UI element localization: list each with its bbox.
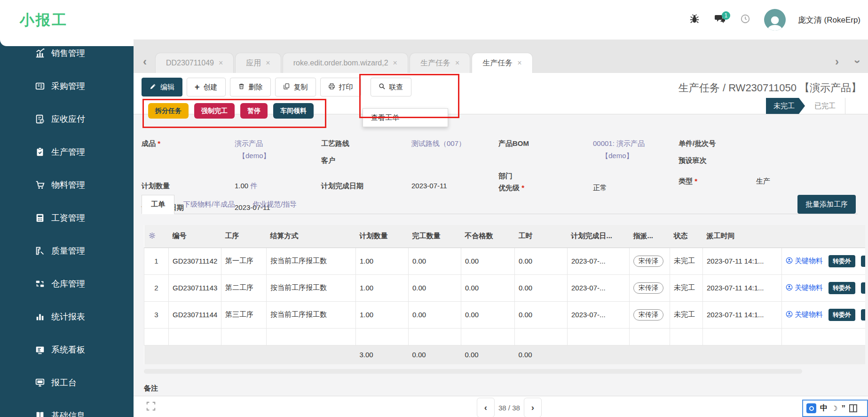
- tab-close-icon[interactable]: ×: [266, 59, 270, 67]
- cell-code[interactable]: GD230711144: [169, 301, 221, 328]
- cell-plan-date[interactable]: 2023-07-...: [568, 248, 630, 274]
- to-outsource-badge[interactable]: 转委外: [829, 255, 855, 267]
- cell-defect-qty[interactable]: 0.00: [461, 301, 515, 328]
- sidebar-item-receivables[interactable]: 应收应付: [0, 103, 134, 136]
- cell-process[interactable]: 第二工序: [221, 274, 267, 301]
- product-value-line1[interactable]: 演示产品: [235, 139, 263, 148]
- cell-status[interactable]: 未完工: [670, 248, 703, 274]
- force-finish-button[interactable]: 强制完工: [194, 103, 235, 119]
- copy-button[interactable]: 复制: [275, 78, 316, 96]
- sidebar-item-quality[interactable]: 质量管理: [0, 234, 134, 267]
- cell-hours[interactable]: 0.00: [515, 301, 568, 328]
- bom-value-line1[interactable]: 00001: 演示产品: [593, 139, 645, 148]
- tab-bom-wizard[interactable]: roke.edit.order.bom.wizard,2×: [283, 53, 408, 73]
- sidebar-item-purchase[interactable]: 采购管理: [0, 70, 134, 103]
- print-button[interactable]: 打印: [320, 78, 361, 96]
- pause-button[interactable]: 暂停: [240, 103, 268, 119]
- cell-defect-qty[interactable]: 0.00: [461, 248, 515, 274]
- linked-search-button[interactable]: 联查: [371, 78, 411, 96]
- ime-punctuation-icon[interactable]: ”: [841, 404, 845, 413]
- tab-close-icon[interactable]: ×: [219, 59, 223, 67]
- ime-logo-icon[interactable]: [806, 403, 816, 413]
- sidebar-item-work-terminal[interactable]: 报工台: [0, 366, 134, 399]
- tab-close-icon[interactable]: ×: [517, 59, 521, 67]
- ime-halfwidth-moon-icon[interactable]: ☽: [831, 404, 837, 413]
- col-defect-qty[interactable]: 不合格数: [461, 225, 515, 248]
- notebook-tab-workorders[interactable]: 工单: [142, 195, 174, 214]
- sidebar-item-reports[interactable]: 统计报表: [0, 300, 134, 333]
- tab-close-icon[interactable]: ×: [455, 59, 459, 67]
- cell-dispatch-time[interactable]: 2023-07-11 14:1...: [703, 274, 782, 301]
- activity-clock-button[interactable]: [739, 13, 752, 26]
- create-button[interactable]: + 创建: [187, 78, 226, 96]
- cell-code[interactable]: GD230711142: [169, 248, 221, 274]
- key-materials-link[interactable]: 关键物料: [786, 310, 823, 319]
- delete-button[interactable]: 删除: [230, 78, 271, 96]
- col-dispatch-time[interactable]: 派工时间: [703, 225, 782, 248]
- cell-done-qty[interactable]: 0.00: [409, 248, 461, 274]
- cell-dispatch-time[interactable]: 2023-07-11 14:1...: [703, 301, 782, 328]
- tabs-scroll-left-icon[interactable]: ‹: [143, 57, 147, 66]
- tabs-list-dropdown-icon[interactable]: ›: [853, 60, 862, 64]
- tab-production-task-1[interactable]: 生产任务×: [410, 53, 470, 73]
- tab-app[interactable]: 应用×: [235, 53, 281, 73]
- col-code[interactable]: 编号: [169, 225, 221, 248]
- col-status[interactable]: 状态: [670, 225, 703, 248]
- table-row[interactable]: 1 GD230711142 第一工序 按当前工序报工数 1.00 0.00 0.…: [144, 248, 866, 274]
- cell-assign[interactable]: 宋传泽: [630, 274, 670, 301]
- col-assign[interactable]: 指派...: [630, 225, 670, 248]
- cell-plan-date[interactable]: 2023-07-...: [568, 301, 630, 328]
- user-name[interactable]: 庞文清 (RokeErp): [798, 15, 860, 25]
- col-hours[interactable]: 工时: [515, 225, 568, 248]
- col-plan-qty[interactable]: 计划数量: [356, 225, 409, 248]
- user-avatar[interactable]: [764, 9, 786, 31]
- cell-defect-qty[interactable]: 0.00: [461, 274, 515, 301]
- status-state-finished[interactable]: 已完工: [805, 98, 845, 114]
- fullscreen-icon[interactable]: [146, 401, 156, 413]
- key-materials-link[interactable]: 关键物料: [786, 257, 823, 265]
- ime-language-mode[interactable]: 中: [820, 403, 828, 413]
- tab-close-icon[interactable]: ×: [393, 59, 397, 67]
- col-process[interactable]: 工序: [221, 225, 267, 248]
- routing-value[interactable]: 测试路线（007）: [411, 139, 466, 148]
- col-plan-date[interactable]: 计划完成日...: [568, 225, 630, 248]
- cell-assign[interactable]: 宋传泽: [630, 248, 670, 274]
- to-outsource-badge[interactable]: 转委外: [829, 282, 855, 294]
- empty-row[interactable]: [144, 328, 866, 345]
- cell-plan-qty[interactable]: 1.00: [356, 248, 409, 274]
- tab-dd230711049[interactable]: DD230711049×: [155, 53, 234, 73]
- ime-toolbar[interactable]: 中 ☽ ”: [802, 400, 868, 417]
- split-task-button[interactable]: 拆分任务: [148, 103, 189, 119]
- tab-production-task-2-active[interactable]: 生产任务×: [472, 53, 532, 73]
- plan-qty-unit[interactable]: 件: [250, 182, 257, 190]
- key-materials-link[interactable]: 关键物料: [786, 283, 823, 292]
- sidebar-item-basic-info[interactable]: 基础信息: [0, 399, 134, 417]
- cell-process[interactable]: 第一工序: [221, 248, 267, 274]
- notebook-tab-work-spec[interactable]: 作业规范/指导: [244, 195, 306, 214]
- pager-previous-button[interactable]: ‹: [477, 398, 495, 417]
- cell-plan-date[interactable]: 2023-07-...: [568, 274, 630, 301]
- linked-search-dropdown-item-view-workorder[interactable]: 查看工单: [363, 108, 448, 127]
- sidebar-item-warehouse[interactable]: 仓库管理: [0, 267, 134, 300]
- bom-value-line2[interactable]: 【demo】: [601, 152, 633, 160]
- gear-icon[interactable]: [148, 233, 156, 241]
- clipped-badge[interactable]: [861, 309, 865, 321]
- tabs-scroll-right-icon[interactable]: ›: [835, 57, 839, 66]
- sidebar-item-dashboard[interactable]: 系统看板: [0, 333, 134, 366]
- cell-code[interactable]: GD230711143: [169, 274, 221, 301]
- sidebar-item-production[interactable]: 生产管理: [0, 136, 134, 168]
- workshop-picking-button[interactable]: 车间领料: [273, 103, 314, 119]
- debug-bug-button[interactable]: [688, 13, 701, 26]
- cell-method[interactable]: 按当前工序报工数: [267, 248, 356, 274]
- assignee-pill[interactable]: 宋传泽: [633, 282, 663, 294]
- cell-done-qty[interactable]: 0.00: [409, 274, 461, 301]
- to-outsource-badge[interactable]: 转委外: [829, 309, 855, 321]
- edit-button[interactable]: 编辑: [142, 78, 182, 96]
- horizontal-scrollbar[interactable]: [144, 369, 802, 374]
- cell-method[interactable]: 按当前工序报工数: [267, 274, 356, 301]
- cell-hours[interactable]: 0.00: [515, 274, 568, 301]
- product-value-line2[interactable]: 【demo】: [238, 152, 270, 160]
- batch-add-process-button[interactable]: 批量添加工序: [797, 195, 856, 214]
- cell-plan-qty[interactable]: 1.00: [356, 301, 409, 328]
- messages-button[interactable]: 1: [713, 13, 726, 26]
